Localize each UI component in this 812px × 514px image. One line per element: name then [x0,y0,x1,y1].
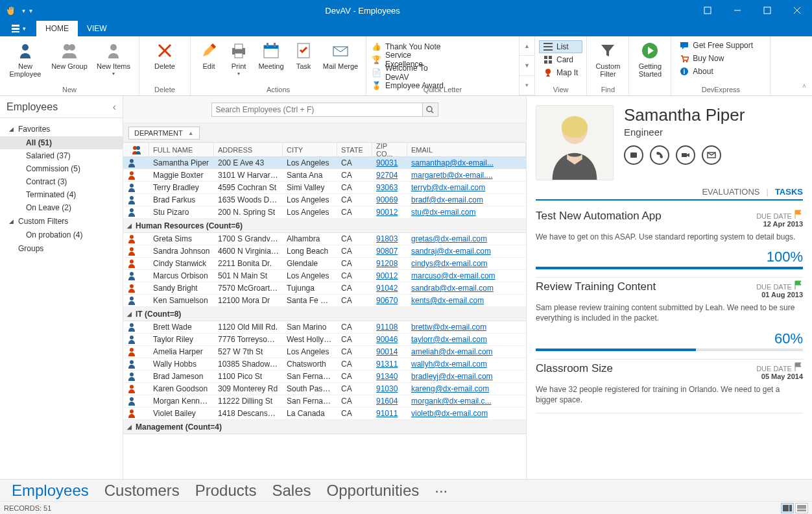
video-icon[interactable] [676,145,695,165]
zip-link[interactable]: 90012 [372,271,407,280]
mail-icon[interactable] [702,145,721,165]
table-row[interactable]: Amelia Harper527 W 7th StLos AngelesCA90… [123,346,526,358]
table-row[interactable]: Brad Jameson1100 Pico StSan FernandoCA91… [123,371,526,383]
tree-item[interactable]: On probation (4) [0,228,123,241]
tree-item[interactable]: All (51) [0,136,123,149]
table-row[interactable]: Morgan Kennedy11222 Dilling StSan Fernan… [123,395,526,408]
email-link[interactable]: stu@dx-email.com [407,208,526,217]
tree-item[interactable]: Terminated (4) [0,188,123,201]
email-link[interactable]: kareng@dx-email.com [407,384,526,393]
table-row[interactable]: Terry Bradley4595 Cochran StSimi ValleyC… [123,182,526,194]
email-link[interactable]: bradf@dx-email.com [407,195,526,204]
zip-link[interactable]: 91108 [372,323,407,332]
table-row[interactable]: Wally Hobbs10385 Shadow O...ChatsworthCA… [123,358,526,371]
email-link[interactable]: gretas@dx-email.com [407,234,526,243]
nav-more-icon[interactable]: ··· [435,482,448,500]
zip-link[interactable]: 90670 [372,296,407,305]
tree-item[interactable]: Salaried (37) [0,149,123,162]
zip-link[interactable]: 91208 [372,259,407,268]
group-by-chip[interactable]: DEPARTMENT▲ [128,127,200,140]
new-group-button[interactable]: New Group [48,39,91,78]
layout-detail-bottom-icon[interactable] [795,503,808,513]
zip-link[interactable]: 90046 [372,335,407,344]
email-link[interactable]: violetb@dx-email.com [407,409,526,418]
zip-link[interactable]: 93063 [372,183,407,192]
email-link[interactable]: margaretb@dx-email.... [407,171,526,180]
task-button[interactable]: Task [289,39,318,77]
table-row[interactable]: Sandy Bright7570 McGroarty TerTujungaCA9… [123,282,526,295]
table-row[interactable]: Marcus Orbison501 N Main StLos AngelesCA… [123,270,526,282]
zip-link[interactable]: 91340 [372,372,407,381]
tab-evaluations[interactable]: EVALUATIONS [702,187,759,197]
buy-now-button[interactable]: Buy Now [675,52,766,65]
email-link[interactable]: ameliah@dx-email.com [407,347,526,356]
zip-link[interactable]: 92704 [372,171,407,180]
file-menu[interactable]: ▾ [0,21,36,36]
ql-expand-icon[interactable]: ▾ [519,76,534,95]
search-input[interactable] [211,103,423,117]
getting-started-button[interactable]: Getting Started [633,39,667,78]
nav-tab[interactable]: Customers [104,482,180,500]
email-link[interactable]: cindys@dx-email.com [407,259,526,268]
minimize-button[interactable] [722,0,752,21]
group-row[interactable]: ◢Management (Count=4) [123,420,526,434]
email-link[interactable]: sandraj@dx-email.com [407,247,526,256]
zip-link[interactable]: 90807 [372,247,407,256]
tree-item[interactable]: Contract (3) [0,175,123,188]
zip-link[interactable]: 90014 [372,347,407,356]
edit-button[interactable]: Edit [195,39,223,77]
email-link[interactable]: kents@dx-email.com [407,296,526,305]
table-row[interactable]: Brett Wade1120 Old Mill Rd.San MarinoCA9… [123,321,526,334]
email-link[interactable]: taylorr@dx-email.com [407,335,526,344]
zip-link[interactable]: 91011 [372,409,407,418]
email-link[interactable]: terryb@dx-email.com [407,183,526,192]
email-link[interactable]: bradleyj@dx-email.com [407,372,526,381]
phone-icon[interactable] [650,145,669,165]
table-row[interactable]: Ken Samuelson12100 Mora DrSanta Fe Spri.… [123,295,526,307]
nav-tab[interactable]: Employees [12,482,89,500]
email-link[interactable]: samanthap@dx-email... [407,158,526,167]
view-list-button[interactable]: List [539,40,582,53]
delete-button[interactable]: Delete [143,39,186,70]
zip-link[interactable]: 91042 [372,284,407,293]
tab-home[interactable]: HOME [36,21,78,36]
new-employee-button[interactable]: New Employee [4,39,47,78]
search-button[interactable] [423,103,438,117]
quick-letter-item[interactable]: 📄Welcome To DevAV [372,66,449,79]
ribbon-display-options[interactable] [693,0,722,21]
new-items-button[interactable]: New Items▾ [92,39,135,78]
tab-view[interactable]: VIEW [78,21,116,36]
map-it-button[interactable]: Map It [539,66,582,79]
col-icon[interactable] [123,143,149,156]
email-link[interactable]: brettw@dx-email.com [407,323,526,332]
table-row[interactable]: Greta Sims1700 S Grandview...AlhambraCA9… [123,233,526,245]
email-link[interactable]: sandrab@dx-email.com [407,284,526,293]
zip-link[interactable]: 91604 [372,397,407,406]
custom-filter-button[interactable]: Custom Filter [591,39,625,78]
ql-up-icon[interactable]: ▲ [519,36,534,56]
about-button[interactable]: iAbout [675,65,766,78]
zip-link[interactable]: 90031 [372,158,407,167]
layout-detail-right-icon[interactable] [781,503,794,513]
table-row[interactable]: Brad Farkus1635 Woods DriveLos AngelesCA… [123,194,526,206]
nav-tab[interactable]: Products [195,482,257,500]
tree-group[interactable]: ◢Favorites [0,122,123,136]
tree-item[interactable]: On Leave (2) [0,201,123,214]
close-button[interactable] [782,0,812,21]
nav-tab[interactable]: Sales [272,482,311,500]
tab-tasks[interactable]: TASKS [775,187,803,197]
qa-dropdown-icon[interactable]: ▾ [22,7,25,14]
zip-link[interactable]: 91803 [372,234,407,243]
email-link[interactable]: marcuso@dx-email.com [407,271,526,280]
table-row[interactable]: Violet Bailey1418 Descanso DrLa CanadaCA… [123,408,526,420]
get-support-button[interactable]: Get Free Support [675,39,766,52]
meeting-button[interactable]: Meeting [254,39,288,77]
table-row[interactable]: Stu Pizaro200 N. Spring StLos AngelesCA9… [123,206,526,219]
print-button[interactable]: Print▾ [224,39,253,77]
nav-tab[interactable]: Opportunities [327,482,420,500]
table-row[interactable]: Taylor Riley7776 Torreyson DrWest Hollyw… [123,334,526,346]
email-link[interactable]: wallyh@dx-email.com [407,360,526,369]
tree-group[interactable]: ◢Custom Filters [0,214,123,228]
collapse-ribbon-icon[interactable]: ＾ [800,82,808,93]
sidebar-collapse-icon[interactable]: ‹ [113,101,116,113]
